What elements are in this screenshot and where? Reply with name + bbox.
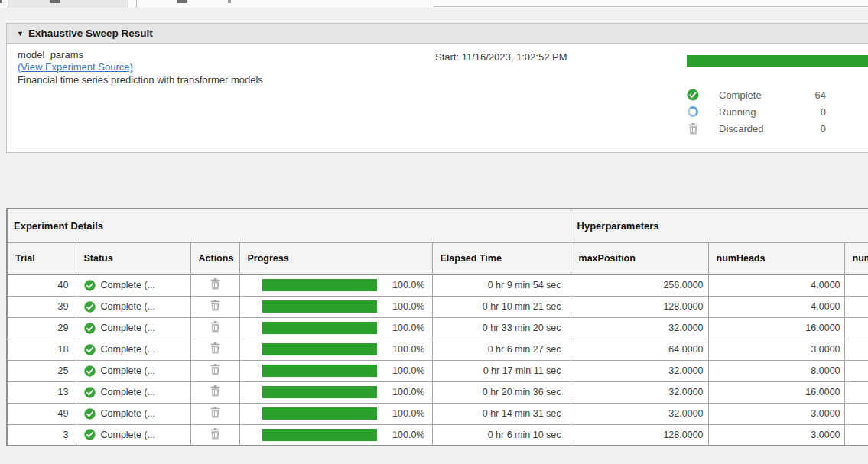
num-cut-cell — [844, 296, 868, 317]
start-timestamp: Start: 11/16/2023, 1:02:52 PM — [435, 51, 567, 63]
num-cut-cell — [844, 274, 868, 296]
progress-cell: 100.0% — [239, 360, 432, 381]
actions-cell — [190, 424, 239, 446]
tab-inactive[interactable] — [8, 0, 128, 8]
status-cell: Complete (... — [76, 339, 190, 360]
status-complete-icon — [84, 408, 96, 420]
maxposition-cell: 32.0000 — [571, 317, 708, 339]
panel-collapse-header[interactable]: ▼ Exhaustive Sweep Result — [6, 23, 868, 44]
discard-trial-button[interactable] — [210, 428, 220, 440]
trial-cell: 49 — [7, 403, 76, 424]
column-header-numheads[interactable]: numHeads — [708, 242, 844, 274]
tab-bar-line — [434, 6, 868, 7]
table-row[interactable]: 49 Complete (... 100.0% 0 hr 14 min 31 s… — [7, 403, 868, 424]
progress-cell: 100.0% — [239, 403, 432, 424]
discard-trial-button[interactable] — [210, 278, 220, 290]
panel-title: Exhaustive Sweep Result — [28, 28, 153, 39]
discard-trial-button[interactable] — [210, 385, 220, 397]
status-text: Complete (... — [101, 323, 156, 333]
legend-value: 64 — [792, 89, 826, 101]
status-text: Complete (... — [101, 344, 156, 355]
numheads-cell: 16.0000 — [708, 381, 844, 403]
table-row[interactable]: 13 Complete (... 100.0% 0 hr 20 min 36 s… — [7, 381, 868, 403]
progress-cell: 100.0% — [239, 274, 432, 296]
experiment-info: model_params (View Experiment Source) Fi… — [18, 49, 263, 86]
actions-cell — [190, 296, 239, 317]
discard-trial-button[interactable] — [210, 407, 220, 418]
status-complete-icon — [84, 387, 96, 398]
progress-cell: 100.0% — [239, 424, 432, 446]
status-legend: Complete 64 Running 0 Discarded 0 — [687, 86, 826, 137]
legend-row-discarded: Discarded 0 — [687, 120, 826, 137]
num-cut-cell — [844, 360, 868, 381]
status-text: Complete (... — [101, 365, 156, 376]
trial-progress-bar — [262, 407, 377, 420]
panel-body: model_params (View Experiment Source) Fi… — [6, 44, 868, 153]
trial-cell: 13 — [7, 381, 76, 403]
num-cut-cell — [844, 339, 868, 360]
column-header-num-cut[interactable]: num — [844, 242, 868, 274]
tab-close-icon[interactable] — [228, 0, 231, 3]
complete-icon — [687, 89, 699, 101]
actions-cell — [190, 274, 239, 296]
status-cell: Complete (... — [76, 403, 190, 424]
table-row[interactable]: 18 Complete (... 100.0% 0 hr 6 min 27 se… — [7, 339, 868, 360]
column-header-maxposition[interactable]: maxPosition — [571, 242, 708, 274]
status-text: Complete (... — [101, 301, 156, 312]
elapsed-time-cell: 0 hr 17 min 11 sec — [432, 360, 571, 381]
status-cell: Complete (... — [76, 360, 190, 381]
actions-cell — [190, 317, 239, 339]
trash-icon — [210, 321, 220, 333]
status-text: Complete (... — [101, 408, 156, 419]
trial-progress-bar — [262, 365, 377, 377]
experiment-description: Financial time series prediction with tr… — [18, 74, 263, 86]
collapse-caret-icon: ▼ — [17, 30, 24, 37]
progress-cell: 100.0% — [239, 381, 432, 403]
column-header-progress[interactable]: Progress — [239, 242, 432, 274]
table-row[interactable]: 29 Complete (... 100.0% 0 hr 33 min 20 s… — [7, 317, 868, 339]
status-text: Complete (... — [101, 430, 156, 440]
column-header-actions[interactable]: Actions — [190, 242, 239, 274]
discarded-trash-icon — [687, 122, 699, 135]
elapsed-time-cell: 0 hr 6 min 27 sec — [432, 339, 571, 360]
trial-cell: 40 — [7, 274, 76, 296]
numheads-cell: 4.0000 — [708, 296, 844, 317]
numheads-cell: 4.0000 — [708, 274, 844, 296]
running-icon — [687, 105, 699, 118]
maxposition-cell: 256.0000 — [571, 274, 708, 296]
tab-active[interactable] — [136, 0, 434, 8]
num-cut-cell — [844, 381, 868, 403]
discard-trial-button[interactable] — [210, 342, 220, 354]
trials-table: Experiment Details Hyperparameters Trial… — [6, 208, 868, 446]
table-row[interactable]: 25 Complete (... 100.0% 0 hr 17 min 11 s… — [7, 360, 868, 381]
view-experiment-source-link[interactable]: (View Experiment Source) — [18, 61, 133, 73]
column-header-status[interactable]: Status — [76, 242, 190, 274]
column-header-trial[interactable]: Trial — [7, 242, 76, 274]
column-header-elapsed-time[interactable]: Elapsed Time — [432, 242, 571, 274]
status-complete-icon — [84, 301, 96, 313]
trial-progress-bar — [262, 429, 377, 441]
discard-trial-button[interactable] — [210, 300, 220, 311]
status-cell: Complete (... — [76, 424, 190, 446]
legend-row-complete: Complete 64 — [687, 86, 826, 103]
elapsed-time-cell: 0 hr 20 min 36 sec — [432, 381, 571, 403]
trial-progress-bar — [262, 343, 377, 355]
experiment-name: model_params — [18, 49, 263, 61]
progress-percent: 100.0% — [377, 344, 431, 355]
table-row[interactable]: 3 Complete (... 100.0% 0 hr 6 min 10 sec… — [7, 424, 868, 446]
table-row[interactable]: 39 Complete (... 100.0% 0 hr 10 min 21 s… — [7, 296, 868, 317]
status-cell: Complete (... — [76, 296, 190, 317]
tab-strip — [0, 0, 868, 8]
elapsed-time-cell: 0 hr 14 min 31 sec — [432, 403, 571, 424]
legend-row-running: Running 0 — [687, 103, 826, 120]
actions-cell — [190, 339, 239, 360]
group-header-hyperparameters: Hyperparameters — [571, 209, 868, 242]
legend-value: 0 — [792, 123, 826, 135]
discard-trial-button[interactable] — [210, 364, 220, 375]
tab-icon — [177, 0, 187, 3]
status-complete-icon — [84, 280, 96, 291]
discard-trial-button[interactable] — [210, 321, 220, 333]
maxposition-cell: 32.0000 — [571, 381, 708, 403]
numheads-cell: 16.0000 — [708, 317, 844, 339]
table-row[interactable]: 40 Complete (... 100.0% 0 hr 9 min 54 se… — [7, 274, 868, 296]
